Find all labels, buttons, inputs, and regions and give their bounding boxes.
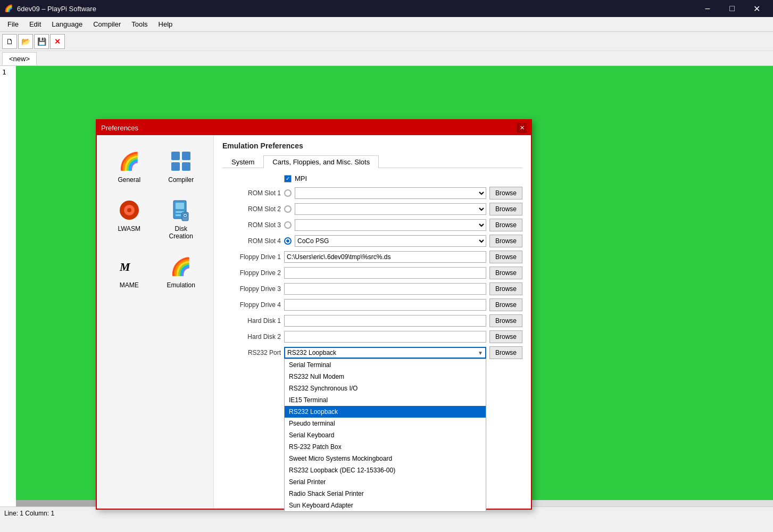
general-label: General: [118, 176, 140, 184]
floppy-4-input[interactable]: [284, 299, 486, 311]
rs232-select[interactable]: RS232 Loopback ▼: [284, 347, 486, 359]
mpi-checkbox[interactable]: ✓: [284, 175, 292, 182]
menu-help[interactable]: Help: [153, 18, 178, 30]
floppy-1-browse[interactable]: Browse: [489, 251, 522, 263]
rom-slot-1-row: ROM Slot 1 Browse: [222, 187, 522, 200]
rom-slot-2-radio[interactable]: [284, 205, 292, 213]
hard-disk-1-input[interactable]: [284, 315, 486, 327]
sidebar-item-compiler[interactable]: Compiler: [157, 144, 205, 188]
tab-new[interactable]: <new>: [2, 52, 37, 65]
toolbar: 🗋 📂 💾 ✕: [0, 32, 773, 51]
emulation-label: Emulation: [167, 281, 195, 289]
hard-disk-2-browse[interactable]: Browse: [489, 330, 522, 343]
svg-rect-3: [182, 162, 190, 171]
disk-creation-label: Disk Creation: [162, 225, 201, 240]
floppy-3-label: Floppy Drive 3: [222, 285, 281, 293]
mame-label: MAME: [120, 281, 139, 289]
mpi-row: ✓ MPI: [222, 174, 522, 182]
rom-slot-3-radio[interactable]: [284, 221, 292, 229]
tab-bar: <new>: [0, 51, 773, 66]
dropdown-item-radioshack-printer[interactable]: Radio Shack Serial Printer: [285, 488, 486, 500]
sidebar-item-disk-creation[interactable]: Disk Creation: [157, 193, 205, 245]
rs232-dropdown[interactable]: Serial Terminal RS232 Null Modem RS232 S…: [284, 359, 486, 512]
preferences-content: Emulation Preferences System Carts, Flop…: [214, 135, 531, 509]
floppy-2-browse[interactable]: Browse: [489, 267, 522, 279]
menu-tools[interactable]: Tools: [126, 18, 153, 30]
preferences-dialog: Preferences ✕ 🌈 General: [96, 119, 532, 510]
save-button[interactable]: 💾: [34, 34, 49, 49]
status-text: Line: 1 Column: 1: [4, 510, 54, 517]
rom-slot-1-label: ROM Slot 1: [222, 189, 281, 197]
dropdown-item-null-modem[interactable]: RS232 Null Modem: [285, 371, 486, 383]
hard-disk-2-input[interactable]: [284, 331, 486, 343]
title-bar: 🌈 6dev09 – PlayPi Software – □ ✕: [0, 0, 773, 17]
sidebar-item-lwasm[interactable]: LWASM: [105, 193, 153, 245]
new-button[interactable]: 🗋: [2, 34, 17, 49]
window-close-button[interactable]: ✕: [744, 0, 769, 17]
dropdown-item-patch-box[interactable]: RS-232 Patch Box: [285, 441, 486, 453]
maximize-button[interactable]: □: [720, 0, 744, 17]
rom-slot-2-browse[interactable]: Browse: [489, 203, 522, 215]
menu-file[interactable]: File: [2, 18, 24, 30]
floppy-3-row: Floppy Drive 3 Browse: [222, 282, 522, 295]
dropdown-item-loopback-dec[interactable]: RS232 Loopback (DEC 12-15336-00): [285, 464, 486, 476]
tab-system[interactable]: System: [222, 155, 263, 168]
svg-point-13: [185, 215, 186, 217]
hard-disk-1-browse[interactable]: Browse: [489, 314, 522, 327]
floppy-1-label: Floppy Drive 1: [222, 253, 281, 261]
floppy-2-row: Floppy Drive 2 Browse: [222, 267, 522, 279]
dropdown-item-mockingboard[interactable]: Sweet Micro Systems Mockingboard: [285, 453, 486, 464]
hard-disk-2-row: Hard Disk 2 Browse: [222, 330, 522, 343]
dropdown-item-serial-keyboard[interactable]: Serial Keyboard: [285, 429, 486, 441]
svg-rect-0: [171, 152, 180, 160]
sidebar-item-mame[interactable]: M MAME: [105, 249, 153, 294]
rom-slot-1-radio[interactable]: [284, 189, 292, 197]
menu-edit[interactable]: Edit: [24, 18, 46, 30]
rom-slot-4-browse[interactable]: Browse: [489, 235, 522, 247]
menu-language[interactable]: Language: [46, 18, 88, 30]
rs232-row: RS232 Port RS232 Loopback ▼ Serial Termi…: [222, 346, 522, 359]
dropdown-item-synchronous[interactable]: RS232 Synchronous I/O: [285, 383, 486, 394]
rom-slot-3-select[interactable]: [295, 219, 486, 231]
rom-slot-3-row: ROM Slot 3 Browse: [222, 219, 522, 231]
dropdown-item-sun-keyboard[interactable]: Sun Keyboard Adapter: [285, 500, 486, 511]
window-title: 6dev09 – PlayPi Software: [17, 5, 96, 13]
rom-slot-4-radio[interactable]: [284, 237, 292, 245]
dropdown-item-pseudo[interactable]: Pseudo terminal: [285, 418, 486, 429]
rom-slot-2-select[interactable]: [295, 203, 486, 215]
svg-rect-10: [176, 214, 181, 216]
minimize-button[interactable]: –: [695, 0, 720, 17]
floppy-3-input[interactable]: [284, 283, 486, 295]
pref-tabs: System Carts, Floppies, and Misc. Slots: [222, 155, 522, 168]
svg-rect-8: [176, 203, 184, 209]
sidebar-item-emulation[interactable]: 🌈 Emulation: [157, 249, 205, 294]
rs232-browse[interactable]: Browse: [489, 346, 522, 359]
floppy-1-input[interactable]: [284, 251, 486, 263]
tab-carts-floppies[interactable]: Carts, Floppies, and Misc. Slots: [263, 155, 379, 168]
rom-slot-1-browse[interactable]: Browse: [489, 187, 522, 200]
rom-slot-4-select[interactable]: CoCo PSG: [295, 235, 486, 247]
rs232-select-wrapper: RS232 Loopback ▼ Serial Terminal RS232 N…: [284, 347, 486, 359]
dialog-close-button[interactable]: ✕: [517, 123, 527, 132]
dropdown-item-ie15[interactable]: IE15 Terminal: [285, 394, 486, 406]
rom-slot-2-row: ROM Slot 2 Browse: [222, 203, 522, 215]
main-area: 1 Line: 1 Column: 1 Preferences ✕ 🌈 Gene…: [0, 66, 773, 519]
line-numbers: 1: [0, 66, 16, 519]
dropdown-item-serial-printer[interactable]: Serial Printer: [285, 476, 486, 488]
open-button[interactable]: 📂: [18, 34, 33, 49]
floppy-3-browse[interactable]: Browse: [489, 282, 522, 295]
sidebar-item-general[interactable]: 🌈 General: [105, 144, 153, 188]
menu-bar: File Edit Language Compiler Tools Help: [0, 17, 773, 32]
emulation-icon: 🌈: [168, 254, 194, 279]
svg-rect-2: [171, 162, 180, 171]
floppy-4-browse[interactable]: Browse: [489, 298, 522, 311]
floppy-2-input[interactable]: [284, 267, 486, 279]
mame-icon: M: [117, 254, 142, 279]
rom-slot-1-select[interactable]: [295, 187, 486, 199]
rom-slot-3-browse[interactable]: Browse: [489, 219, 522, 231]
dropdown-item-loopback[interactable]: RS232 Loopback: [285, 406, 486, 418]
mpi-label: MPI: [295, 174, 307, 182]
close-file-button[interactable]: ✕: [50, 34, 65, 49]
menu-compiler[interactable]: Compiler: [88, 18, 126, 30]
dropdown-item-serial-terminal[interactable]: Serial Terminal: [285, 359, 486, 371]
